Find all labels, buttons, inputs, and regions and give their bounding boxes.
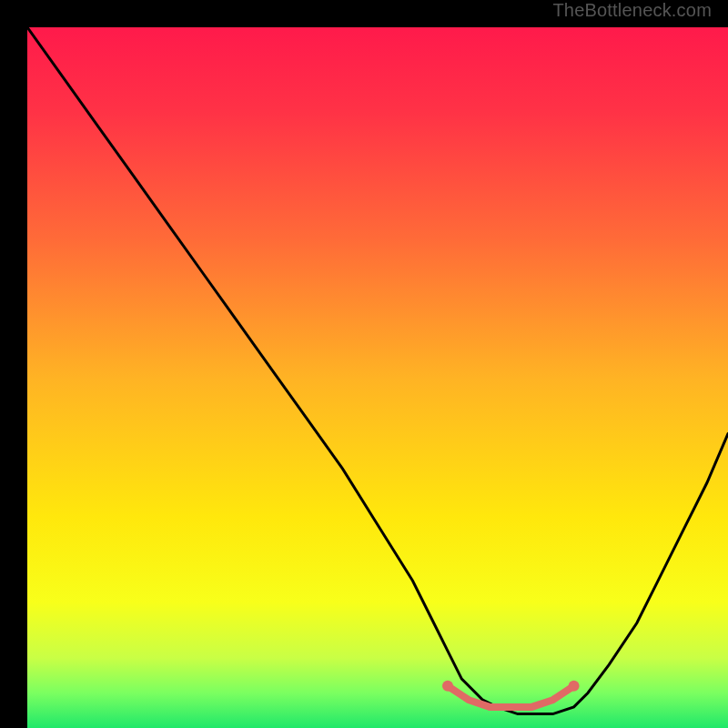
- optimal-range-endpoints: [442, 681, 580, 692]
- endpoint-dot: [569, 681, 580, 692]
- plot-frame: [14, 14, 714, 714]
- plot-area: [27, 27, 728, 728]
- chart-lines: [27, 27, 728, 728]
- endpoint-dot: [442, 681, 453, 692]
- optimal-range-curve: [448, 686, 574, 707]
- bottleneck-curve: [27, 27, 728, 714]
- watermark-text: TheBottleneck.com: [552, 0, 712, 21]
